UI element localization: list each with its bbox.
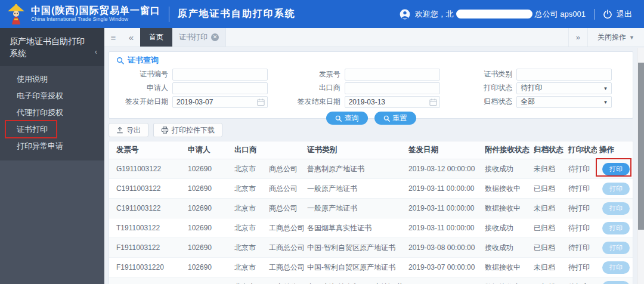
invoice-no-label: 发票号 <box>283 69 345 79</box>
power-icon[interactable] <box>603 10 612 19</box>
sidebar-title-bar[interactable]: 原产地证书自助打印系统 ‹ <box>0 28 104 66</box>
cert-no-input[interactable] <box>172 69 268 81</box>
tab-cert-print[interactable]: 证书打印 ✕ <box>172 28 226 47</box>
cell-invoice-no: G1911003122 <box>109 165 185 173</box>
cell-exporter: 北京市商总公司 <box>232 164 305 174</box>
hamburger-menu-icon[interactable]: ≡ <box>104 28 122 47</box>
issue-end-date-date-input[interactable]: 2019-03-13 <box>345 96 440 108</box>
cell-cert-type: 中国-智利自贸区原产地证书 <box>305 263 406 273</box>
print-button[interactable]: 打印 <box>602 163 630 175</box>
sidebar: 原产地证书自助打印系统 ‹ 使用说明电子印章授权代理打印授权证书打印打印异常申请 <box>0 28 104 284</box>
tab-cert-print-label: 证书打印 <box>179 32 208 42</box>
query-button[interactable]: 查询 <box>326 112 368 125</box>
field-issue-start-date: 签发开始日期2019-03-07 <box>110 95 283 109</box>
sidebar-item-usage-notes[interactable]: 使用说明 <box>0 71 104 88</box>
close-operations-dropdown[interactable]: 关闭操作 ▼ <box>587 28 644 47</box>
calendar-icon[interactable] <box>257 98 265 106</box>
cell-invoice-no: F19110031220 <box>109 263 185 271</box>
scrollbar-thumb[interactable] <box>638 63 644 230</box>
table-row: C1911003122102690北京市商总公司一般原产地证书2019-03-1… <box>109 199 633 218</box>
table-header-row: 发票号申请人出口商证书类别签发日期附件接收状态归档状态打印状态操作 <box>109 141 633 159</box>
exporter-label: 出口商 <box>283 83 345 93</box>
cell-print-status: 待打印 <box>566 184 597 194</box>
cell-action: 打印 <box>597 222 633 234</box>
page-content: 证书查询 证书编号发票号证书类别申请人出口商打印状态待打印▼签发开始日期2019… <box>104 48 644 284</box>
app-title: 原产地证书自助打印系统 <box>178 8 296 20</box>
column-header-7: 打印状态 <box>566 145 597 155</box>
column-header-4: 签发日期 <box>406 145 482 155</box>
print-button[interactable]: 打印 <box>602 242 630 254</box>
print-button[interactable]: 打印 <box>602 183 630 195</box>
cell-exporter: 北京市工商总公司 <box>232 263 305 273</box>
cell-print-status: 待打印 <box>566 263 597 273</box>
scroll-tabs-left-icon[interactable]: « <box>122 28 140 47</box>
cell-archive-status: 已归档 <box>531 223 566 233</box>
cell-archive-status: 未归档 <box>531 164 566 174</box>
print-button[interactable]: 打印 <box>602 281 630 284</box>
vertical-scrollbar <box>637 48 644 284</box>
cell-applicant: 102690 <box>185 224 232 232</box>
cell-cert-type: 普惠制原产地证书 <box>305 164 406 174</box>
exporter-input[interactable] <box>345 82 440 94</box>
cell-archive-status: 已归档 <box>531 184 566 194</box>
cell-attachment-status: 数据接收中 <box>482 203 531 214</box>
issue-start-date-date-input[interactable]: 2019-03-07 <box>172 96 268 108</box>
sidebar-item-print-exception[interactable]: 打印异常申请 <box>0 138 104 155</box>
field-invoice-no: 发票号 <box>283 67 455 81</box>
calendar-icon[interactable] <box>429 98 437 106</box>
chevron-down-icon: ▼ <box>629 35 634 41</box>
sidebar-item-cert-print[interactable]: 证书打印 <box>0 121 104 138</box>
field-cert-type: 证书类别 <box>454 67 627 81</box>
cell-attachment-status: 接收成功 <box>482 164 531 174</box>
table-row: F19110031220102690北京市工商总公司中国-智利自贸区原产地证书2… <box>109 258 633 277</box>
logout-button[interactable]: 退出 <box>617 9 632 20</box>
reset-button[interactable]: 重置 <box>374 112 416 125</box>
column-header-2: 出口商 <box>232 145 305 155</box>
cell-exporter: 北京市工商总公司 <box>232 243 305 253</box>
cell-applicant: 102690 <box>185 263 232 271</box>
cell-action: 打印 <box>597 261 633 274</box>
user-area: 欢迎您，北 总公司 aps001 退出 <box>400 9 632 20</box>
print-control-download-button[interactable]: 打印控件下载 <box>153 123 222 137</box>
field-applicant: 申请人 <box>110 81 283 95</box>
cell-exporter: 北京市工商总公司 <box>232 282 305 284</box>
tab-bar: ≡ « 首页 证书打印 ✕ » 关闭操作 ▼ <box>104 28 644 47</box>
print-status-value: 待打印 <box>521 83 600 93</box>
cert-type-input[interactable] <box>516 69 612 81</box>
certificates-table: 发票号申请人出口商证书类别签发日期附件接收状态归档状态打印状态操作 G19110… <box>109 141 633 284</box>
cell-invoice-no: T1911003122 <box>109 224 185 232</box>
cert-no-label: 证书编号 <box>110 69 172 79</box>
cell-cert-type: 中国-新加坡自贸区原产地证书 <box>305 282 406 284</box>
cell-attachment-status: 数据接收中 <box>482 184 531 194</box>
field-archive-status: 归档状态全部▼ <box>454 95 627 109</box>
export-button[interactable]: 导出 <box>109 123 148 137</box>
tab-close-icon[interactable]: ✕ <box>211 33 219 41</box>
print-button[interactable]: 打印 <box>602 222 630 234</box>
print-button[interactable]: 打印 <box>602 202 630 215</box>
export-icon <box>116 126 123 134</box>
cell-cert-type: 一般原产地证书 <box>305 203 406 214</box>
archive-status-label: 归档状态 <box>454 97 516 107</box>
scroll-tabs-right-icon[interactable]: » <box>568 28 587 47</box>
sidebar-collapse-icon[interactable]: ‹ <box>95 46 97 58</box>
applicant-input[interactable] <box>172 82 268 94</box>
invoice-no-input[interactable] <box>345 69 440 81</box>
cell-archive-status: 已归档 <box>531 243 566 253</box>
archive-status-select[interactable]: 全部▼ <box>516 96 612 108</box>
close-operations-label: 关闭操作 <box>597 32 626 42</box>
print-status-select[interactable]: 待打印▼ <box>516 82 612 94</box>
cell-print-status: 待打印 <box>566 243 597 253</box>
sidebar-menu: 使用说明电子印章授权代理打印授权证书打印打印异常申请 <box>0 66 104 160</box>
print-button[interactable]: 打印 <box>602 261 630 274</box>
table-row: X1911003122102690北京市工商总公司中国-新加坡自贸区原产地证书2… <box>109 277 633 284</box>
cell-issue-date: 2019-03-11 00:00:00 <box>406 204 482 212</box>
cell-action: 打印 <box>597 202 633 215</box>
sidebar-item-agent-print-auth[interactable]: 代理打印授权 <box>0 104 104 121</box>
cell-attachment-status: 数据接收中 <box>482 263 531 273</box>
sidebar-item-e-seal-auth[interactable]: 电子印章授权 <box>0 88 104 104</box>
brand-subtitle: China International Trade Single Window <box>31 16 160 23</box>
tab-bar-right: » 关闭操作 ▼ <box>568 28 644 47</box>
column-header-3: 证书类别 <box>305 145 406 155</box>
tab-home[interactable]: 首页 <box>140 28 172 47</box>
chevron-down-icon: ▼ <box>603 85 608 91</box>
